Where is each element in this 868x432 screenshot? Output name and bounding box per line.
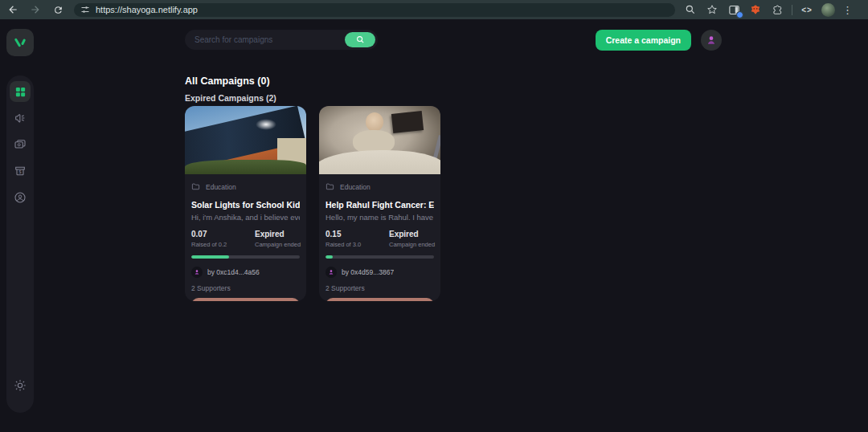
campaign-card[interactable]: Education Solar Lights for School Kids i…	[185, 106, 306, 301]
forward-icon[interactable]	[26, 2, 45, 18]
campaign-stats: 0.07 Raised of 0.2 Expired Campaign ende…	[191, 230, 300, 248]
grid-icon	[14, 86, 27, 98]
owner-avatar-icon	[328, 269, 334, 275]
search-button[interactable]	[345, 32, 375, 47]
campaign-ended-button[interactable]	[326, 298, 434, 301]
campaign-image-hospital	[319, 106, 440, 174]
campaign-ended-button[interactable]	[191, 298, 300, 301]
browser-toolbar: https://shayoga.netlify.app <> ⋮	[0, 0, 868, 19]
expired-campaigns-title: Expired Campaigns (2)	[185, 93, 276, 103]
site-settings-icon[interactable]	[80, 5, 90, 14]
extension-orange-icon[interactable]	[748, 2, 763, 17]
category-label: Education	[206, 183, 236, 191]
raised-value: 0.07	[191, 230, 227, 238]
megaphone-icon	[14, 112, 27, 124]
back-icon[interactable]	[3, 2, 23, 18]
kebab-menu-icon[interactable]: ⋮	[842, 5, 853, 15]
folder-icon	[326, 182, 334, 191]
side-panel-icon[interactable]	[727, 2, 741, 17]
expired-campaigns-list: Education Solar Lights for School Kids i…	[185, 106, 440, 301]
screen: https://shayoga.netlify.app <> ⋮	[0, 0, 868, 432]
payment-icon	[14, 138, 27, 151]
progress-fill	[326, 255, 333, 259]
user-avatar[interactable]	[701, 30, 722, 51]
owner-row: by 0x4d59...3867	[326, 267, 434, 278]
all-campaigns-title: All Campaigns (0)	[185, 75, 270, 87]
supporters-count: 2 Supporters	[191, 284, 300, 292]
zoom-icon[interactable]	[683, 2, 698, 17]
owner-avatar-icon	[194, 269, 200, 275]
owner-row: by 0xc1d4...4a56	[191, 267, 300, 278]
user-avatar-icon	[706, 35, 717, 46]
profile-icon	[14, 191, 27, 204]
extensions-puzzle-icon[interactable]	[770, 2, 784, 17]
bookmark-star-icon[interactable]	[705, 2, 719, 17]
progress-bar	[326, 255, 434, 259]
category-row: Education	[326, 182, 434, 191]
status-value: Expired	[389, 230, 434, 238]
raised-label: Raised of 3.0	[326, 241, 361, 248]
reload-icon[interactable]	[48, 2, 68, 18]
progress-fill	[191, 255, 229, 259]
app-page: $ Create a campaign	[0, 19, 868, 432]
raised-value: 0.15	[326, 230, 361, 238]
campaign-stats: 0.15 Raised of 3.0 Expired Campaign ende…	[326, 230, 434, 248]
url-bar[interactable]: https://shayoga.netlify.app	[74, 3, 675, 17]
campaign-card[interactable]: Education Help Rahul Fight Cancer: Every…	[319, 106, 440, 301]
sidebar-nav: $	[6, 75, 34, 413]
status-value: Expired	[255, 230, 300, 238]
campaign-image-solar	[185, 106, 306, 174]
theme-toggle[interactable]	[10, 375, 31, 396]
category-label: Education	[340, 183, 371, 191]
owner-avatar	[326, 267, 337, 278]
toolbar-actions: <> ⋮	[683, 2, 853, 17]
app-logo[interactable]	[6, 29, 34, 56]
sidebar-item-payment[interactable]	[10, 134, 31, 155]
campaign-title: Help Rahul Fight Cancer: Every H...	[326, 200, 434, 210]
sidebar-item-withdraw[interactable]: $	[10, 161, 31, 181]
status-label: Campaign ended	[389, 241, 434, 248]
owner-address: by 0xc1d4...4a56	[207, 268, 260, 276]
search-bar[interactable]	[185, 30, 378, 50]
url-text: https://shayoga.netlify.app	[96, 5, 198, 14]
progress-bar	[191, 255, 300, 259]
status-label: Campaign ended	[255, 241, 300, 248]
topbar-actions: Create a campaign	[596, 30, 722, 51]
sidebar-item-dashboard[interactable]	[10, 81, 31, 102]
sidebar-item-profile[interactable]	[10, 187, 31, 208]
campaign-title: Solar Lights for School Kids in Re...	[191, 200, 300, 210]
category-row: Education	[191, 182, 300, 191]
campaign-description: Hello, my name is Rahul. I have re...	[326, 213, 434, 222]
topbar: Create a campaign	[185, 30, 722, 51]
owner-avatar	[191, 267, 203, 278]
folder-icon	[191, 182, 200, 191]
browser-profile-avatar[interactable]	[821, 3, 835, 17]
toolbar-divider	[792, 5, 792, 15]
owner-address: by 0x4d59...3867	[342, 268, 394, 276]
withdraw-icon: $	[14, 165, 27, 177]
side-panel-badge	[736, 11, 743, 18]
logo-icon	[13, 35, 27, 50]
supporters-count: 2 Supporters	[326, 284, 434, 292]
sidebar-item-campaign[interactable]	[10, 108, 31, 128]
sun-icon	[14, 379, 27, 392]
search-input[interactable]	[194, 35, 345, 44]
search-icon	[356, 35, 365, 44]
svg-text:$: $	[19, 169, 22, 174]
sidebar: $	[6, 29, 34, 413]
campaign-description: Hi, i'm Anshika, and i believe every...	[191, 213, 300, 222]
devtools-code-icon[interactable]: <>	[800, 2, 814, 17]
create-campaign-button[interactable]: Create a campaign	[596, 30, 691, 51]
raised-label: Raised of 0.2	[191, 241, 227, 248]
